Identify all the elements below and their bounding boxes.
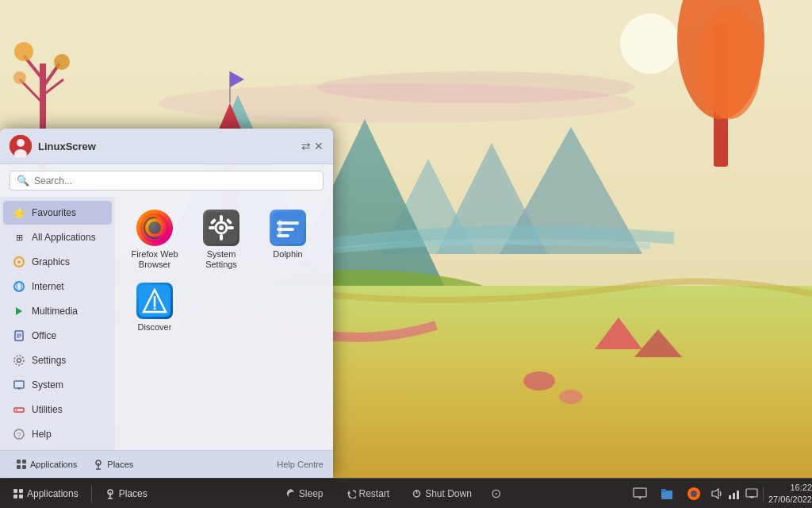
- sidebar-item-system[interactable]: System: [3, 373, 112, 397]
- svg-rect-60: [209, 226, 215, 229]
- svg-point-54: [148, 221, 161, 234]
- app-system-settings[interactable]: System Settings: [190, 205, 253, 275]
- dolphin-label: Dolphin: [273, 249, 302, 260]
- taskbar-pin-desktop[interactable]: [628, 482, 652, 506]
- menu-content: Firefox Web Browser: [115, 197, 333, 450]
- menu-body: ⭐ Favourites ⊞ All Applications Graphics…: [0, 197, 333, 450]
- app-dolphin[interactable]: Dolphin: [256, 205, 320, 275]
- search-input[interactable]: [34, 175, 316, 187]
- svg-rect-59: [220, 234, 223, 241]
- switch-user-icon[interactable]: ⇄: [301, 140, 311, 152]
- menu-sidebar: ⭐ Favourites ⊞ All Applications Graphics…: [0, 197, 115, 450]
- apps-footer-icon: [16, 459, 27, 470]
- taskbar-apps-button[interactable]: Applications: [5, 485, 86, 502]
- clock-time: 16:22: [768, 482, 812, 493]
- menu-footer: Applications Places Help Centre: [0, 450, 333, 478]
- sleep-button[interactable]: Sleep: [278, 485, 331, 502]
- svg-point-19: [698, 8, 761, 119]
- all-apps-icon: ⊞: [13, 231, 25, 244]
- sidebar-item-label: All Applications: [32, 232, 96, 243]
- svg-marker-83: [347, 491, 350, 494]
- network-icon[interactable]: [728, 487, 741, 500]
- svg-rect-94: [729, 495, 731, 499]
- sidebar-item-label: Favourites: [32, 207, 76, 218]
- svg-rect-49: [14, 408, 24, 412]
- svg-rect-95: [733, 493, 735, 499]
- sidebar-item-office[interactable]: Office: [3, 324, 112, 348]
- sidebar-item-multimedia[interactable]: Multimedia: [3, 299, 112, 323]
- svg-rect-90: [661, 489, 666, 492]
- help-centre-text[interactable]: Help Centre: [277, 460, 324, 469]
- svg-point-44: [17, 359, 21, 363]
- svg-point-33: [17, 139, 25, 147]
- office-icon: [13, 329, 25, 342]
- taskbar-places-button[interactable]: Places: [97, 485, 155, 502]
- discover-label: Discover: [138, 322, 172, 333]
- sidebar-item-graphics[interactable]: Graphics: [3, 250, 112, 274]
- svg-rect-86: [634, 488, 646, 497]
- svg-point-1: [620, 13, 680, 74]
- sidebar-item-help[interactable]: ? Help: [3, 422, 112, 446]
- svg-rect-79: [19, 489, 23, 493]
- taskbar-places-label: Places: [119, 488, 147, 499]
- display-icon[interactable]: [745, 487, 758, 500]
- svg-point-50: [16, 410, 17, 411]
- sidebar-item-favourites[interactable]: ⭐ Favourites: [3, 201, 112, 225]
- sidebar-item-settings[interactable]: Settings: [3, 348, 112, 372]
- close-menu-icon[interactable]: ✕: [314, 140, 324, 152]
- more-button[interactable]: ⊙: [486, 486, 506, 501]
- taskbar-pinned-icons: [623, 482, 710, 506]
- taskbar-divider-1: [91, 485, 92, 502]
- svg-rect-73: [17, 460, 21, 464]
- app-discover[interactable]: Discover: [123, 278, 186, 337]
- sidebar-item-all-applications[interactable]: ⊞ All Applications: [3, 225, 112, 249]
- user-avatar: [10, 135, 32, 157]
- internet-icon: [13, 280, 25, 293]
- app-firefox[interactable]: Firefox Web Browser: [123, 205, 186, 275]
- places-footer-icon: [93, 459, 104, 470]
- svg-point-36: [17, 260, 21, 264]
- shutdown-button[interactable]: Shut Down: [404, 485, 480, 502]
- svg-rect-81: [19, 495, 23, 498]
- sidebar-item-utilities[interactable]: Utilities: [3, 398, 112, 421]
- taskbar-center: Sleep Restart Shut Down ⊙: [160, 485, 623, 502]
- svg-point-31: [559, 390, 583, 404]
- help-icon: ?: [13, 428, 25, 441]
- files-icon: [660, 487, 674, 501]
- dolphin-icon: [270, 210, 306, 246]
- multimedia-icon: [13, 305, 25, 318]
- taskbar-apps-icon: [13, 488, 24, 499]
- svg-point-26: [54, 54, 70, 70]
- favourites-icon: ⭐: [13, 206, 25, 219]
- taskbar-places-icon: [105, 488, 116, 499]
- svg-point-30: [523, 371, 555, 391]
- search-bar: 🔍: [10, 171, 324, 190]
- user-name: LinuxScrew: [38, 140, 295, 152]
- footer-places-btn[interactable]: Places: [86, 456, 140, 473]
- graphics-icon: [13, 256, 25, 268]
- system-settings-icon: [203, 210, 239, 246]
- svg-point-25: [14, 42, 33, 61]
- firefox-icon: [136, 210, 173, 246]
- svg-point-37: [14, 282, 24, 291]
- menu-header: LinuxScrew ⇄ ✕: [0, 129, 333, 164]
- svg-marker-39: [16, 307, 22, 315]
- svg-rect-68: [278, 220, 282, 237]
- svg-rect-61: [228, 226, 234, 229]
- start-menu: LinuxScrew ⇄ ✕ 🔍 ⭐ Favourites ⊞ All Appl…: [0, 129, 333, 478]
- volume-icon[interactable]: [710, 487, 723, 500]
- sidebar-item-label: Utilities: [32, 404, 63, 415]
- firefox-label: Firefox Web Browser: [126, 249, 183, 270]
- discover-icon: [136, 283, 173, 319]
- sidebar-item-label: System: [32, 379, 63, 391]
- svg-point-45: [14, 356, 24, 365]
- svg-rect-97: [746, 489, 757, 497]
- sidebar-item-internet[interactable]: Internet: [3, 275, 112, 298]
- sleep-icon: [285, 488, 296, 498]
- taskbar-apps-label: Applications: [27, 488, 79, 499]
- taskbar-pin-files[interactable]: [655, 482, 679, 506]
- footer-apps-btn[interactable]: Applications: [10, 456, 83, 473]
- restart-button[interactable]: Restart: [338, 485, 398, 502]
- system-icon: [13, 379, 25, 391]
- taskbar-pin-firefox[interactable]: [682, 482, 706, 506]
